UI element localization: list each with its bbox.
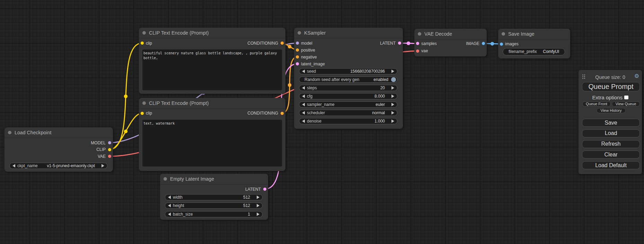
- input-slot-negative[interactable]: negative: [296, 54, 317, 61]
- increment-arrow-icon[interactable]: [257, 196, 259, 199]
- widget-sampler-name[interactable]: sampler_name euler: [299, 101, 397, 108]
- output-slot-model[interactable]: MODEL: [91, 139, 111, 146]
- node-title-bar[interactable]: Save Image: [498, 29, 570, 39]
- input-port-clip[interactable]: [141, 42, 144, 45]
- node-status-dot[interactable]: [8, 131, 11, 134]
- refresh-button[interactable]: Refresh: [582, 140, 640, 148]
- input-port-clip[interactable]: [141, 112, 144, 115]
- input-slot-samples[interactable]: samples: [416, 40, 437, 47]
- node-status-dot[interactable]: [418, 32, 421, 36]
- output-slot-clip[interactable]: CLIP: [96, 146, 111, 153]
- output-port-conditioning[interactable]: [281, 112, 284, 115]
- node-clip-text-encode-positive[interactable]: CLIP Text Encode (Prompt) clip CONDITION…: [139, 28, 285, 94]
- increment-arrow-icon[interactable]: [391, 70, 394, 73]
- input-port-positive[interactable]: [296, 48, 299, 52]
- widget-width[interactable]: width 512: [165, 194, 263, 200]
- input-port-negative[interactable]: [296, 55, 299, 58]
- increment-arrow-icon[interactable]: [391, 103, 394, 106]
- queue-front-button[interactable]: Queue Front: [582, 101, 611, 107]
- node-title-bar[interactable]: CLIP Text Encode (Prompt): [139, 28, 285, 38]
- input-slot-images[interactable]: images: [500, 40, 519, 47]
- decrement-arrow-icon[interactable]: [302, 103, 305, 106]
- input-port-vae[interactable]: [416, 49, 419, 53]
- decrement-arrow-icon[interactable]: [168, 196, 171, 199]
- output-port-clip[interactable]: [108, 148, 111, 151]
- output-port-vae[interactable]: [108, 155, 111, 158]
- decrement-arrow-icon[interactable]: [302, 70, 305, 73]
- decrement-arrow-icon[interactable]: [12, 164, 15, 168]
- prompt-text-input[interactable]: text, watermark: [142, 120, 282, 166]
- clear-button[interactable]: Clear: [582, 151, 640, 159]
- widget-seed[interactable]: seed 156680208700286: [299, 68, 397, 74]
- extra-options-checkbox[interactable]: [624, 96, 628, 100]
- output-port-latent[interactable]: [398, 42, 401, 45]
- output-port-model[interactable]: [108, 141, 111, 144]
- increment-arrow-icon[interactable]: [391, 111, 394, 115]
- node-vae-decode[interactable]: VAE Decode samples vae IMAGE: [414, 29, 487, 56]
- decrement-arrow-icon[interactable]: [302, 94, 305, 98]
- decrement-arrow-icon[interactable]: [168, 204, 171, 207]
- node-status-dot[interactable]: [142, 31, 146, 35]
- increment-arrow-icon[interactable]: [391, 119, 394, 123]
- increment-arrow-icon[interactable]: [257, 213, 259, 216]
- node-status-dot[interactable]: [298, 31, 301, 35]
- node-save-image[interactable]: Save Image images filename_prefix ComfyU…: [498, 29, 570, 58]
- node-title-bar[interactable]: CLIP Text Encode (Prompt): [139, 98, 285, 109]
- input-slot-clip[interactable]: clip: [141, 40, 152, 47]
- load-default-button[interactable]: Load Default: [582, 161, 640, 169]
- output-slot-latent[interactable]: LATENT: [245, 186, 266, 193]
- widget-ckpt-name[interactable]: ckpt_name v1-5-pruned-emaonly.ckpt: [9, 163, 107, 169]
- link-middle-dot[interactable]: [288, 45, 291, 48]
- decrement-arrow-icon[interactable]: [302, 119, 305, 123]
- graph-canvas[interactable]: Load Checkpoint MODEL CLIP VAE ckpt_name…: [0, 0, 644, 244]
- node-title-bar[interactable]: Load Checkpoint: [5, 127, 113, 138]
- output-port-image[interactable]: [482, 42, 485, 45]
- increment-arrow-icon[interactable]: [391, 86, 394, 90]
- input-port-latent-image[interactable]: [296, 62, 299, 65]
- output-slot-conditioning[interactable]: CONDITIONING: [247, 40, 283, 47]
- link-middle-dot[interactable]: [288, 83, 291, 87]
- gear-icon[interactable]: ⚙: [634, 73, 639, 79]
- decrement-arrow-icon[interactable]: [302, 86, 305, 90]
- node-status-dot[interactable]: [164, 177, 167, 181]
- node-title-bar[interactable]: Empty Latent Image: [160, 174, 268, 184]
- input-port-model[interactable]: [296, 42, 299, 45]
- output-slot-conditioning[interactable]: CONDITIONING: [247, 110, 283, 117]
- link-middle-dot[interactable]: [407, 42, 410, 45]
- save-button[interactable]: Save: [582, 119, 640, 127]
- widget-batch-size[interactable]: batch_size 1: [165, 211, 263, 217]
- input-slot-positive[interactable]: positive: [296, 47, 315, 54]
- increment-arrow-icon[interactable]: [391, 94, 394, 98]
- node-status-dot[interactable]: [502, 32, 505, 36]
- decrement-arrow-icon[interactable]: [302, 111, 305, 115]
- node-title-bar[interactable]: VAE Decode: [414, 29, 487, 39]
- output-slot-latent[interactable]: LATENT: [380, 40, 401, 47]
- input-slot-vae[interactable]: vae: [416, 47, 428, 54]
- link-middle-dot[interactable]: [124, 94, 127, 98]
- widget-denoise[interactable]: denoise 1.000: [299, 118, 397, 124]
- view-history-button[interactable]: View History: [597, 108, 626, 113]
- increment-arrow-icon[interactable]: [257, 204, 259, 207]
- node-empty-latent-image[interactable]: Empty Latent Image LATENT width 512 heig…: [160, 174, 268, 220]
- input-port-images[interactable]: [500, 43, 503, 46]
- widget-filename-prefix[interactable]: filename_prefix ComfyUI: [503, 48, 565, 55]
- increment-arrow-icon[interactable]: [102, 164, 104, 168]
- input-port-samples[interactable]: [416, 42, 419, 45]
- node-title-bar[interactable]: KSampler: [294, 28, 403, 38]
- widget-scheduler[interactable]: scheduler normal: [299, 110, 397, 116]
- widget-height[interactable]: height 512: [165, 202, 263, 209]
- queue-prompt-button[interactable]: Queue Prompt: [582, 82, 640, 91]
- prompt-text-input[interactable]: beautiful scenery nature glass bottle la…: [142, 49, 282, 90]
- output-slot-image[interactable]: IMAGE: [466, 40, 485, 47]
- node-ksampler[interactable]: KSampler model positive negative latent_…: [294, 28, 403, 129]
- input-slot-clip[interactable]: clip: [141, 110, 152, 117]
- decrement-arrow-icon[interactable]: [168, 213, 171, 216]
- widget-cfg[interactable]: cfg 8.000: [299, 93, 397, 99]
- input-slot-model[interactable]: model: [296, 40, 312, 47]
- load-button[interactable]: Load: [582, 129, 640, 137]
- widget-steps[interactable]: steps 20: [299, 85, 397, 91]
- node-clip-text-encode-negative[interactable]: CLIP Text Encode (Prompt) clip CONDITION…: [139, 98, 285, 171]
- view-queue-button[interactable]: View Queue: [612, 101, 640, 107]
- output-port-latent[interactable]: [263, 188, 266, 191]
- node-status-dot[interactable]: [142, 101, 146, 105]
